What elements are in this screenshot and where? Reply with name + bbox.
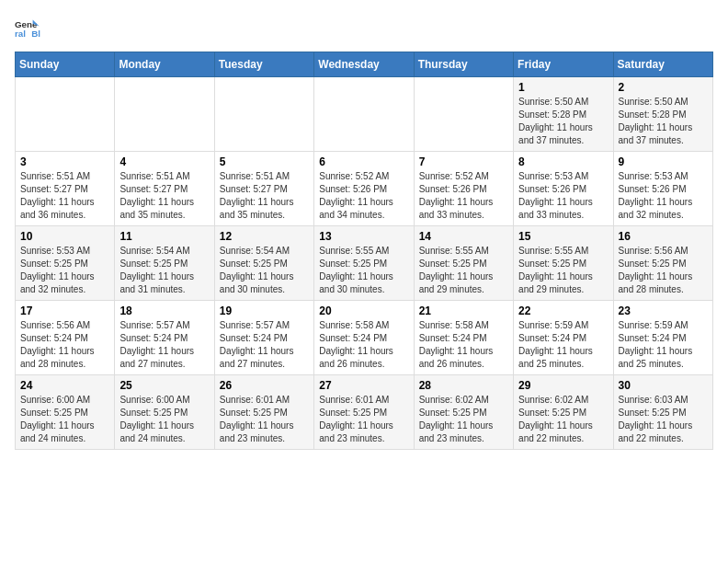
- calendar-cell: 14Sunrise: 5:55 AM Sunset: 5:25 PM Dayli…: [414, 226, 513, 301]
- calendar-week-2: 3Sunrise: 5:51 AM Sunset: 5:27 PM Daylig…: [16, 152, 713, 226]
- svg-text:Blue: Blue: [31, 29, 40, 39]
- day-number: 3: [20, 155, 109, 168]
- calendar-cell: 20Sunrise: 5:58 AM Sunset: 5:24 PM Dayli…: [314, 301, 414, 375]
- calendar-cell: [16, 77, 115, 152]
- day-number: 19: [220, 304, 309, 317]
- day-number: 28: [419, 379, 508, 392]
- calendar-week-3: 10Sunrise: 5:53 AM Sunset: 5:25 PM Dayli…: [16, 226, 713, 301]
- day-info: Sunrise: 5:58 AM Sunset: 5:24 PM Dayligh…: [419, 319, 508, 371]
- calendar-week-1: 1Sunrise: 5:50 AM Sunset: 5:28 PM Daylig…: [16, 77, 713, 152]
- day-number: 5: [220, 155, 309, 168]
- day-info: Sunrise: 5:57 AM Sunset: 5:24 PM Dayligh…: [119, 319, 209, 371]
- calendar-table: SundayMondayTuesdayWednesdayThursdayFrid…: [15, 52, 713, 450]
- day-number: 26: [220, 379, 309, 392]
- day-info: Sunrise: 5:54 AM Sunset: 5:25 PM Dayligh…: [220, 245, 309, 296]
- day-info: Sunrise: 6:00 AM Sunset: 5:25 PM Dayligh…: [119, 394, 209, 445]
- day-info: Sunrise: 5:55 AM Sunset: 5:25 PM Dayligh…: [419, 245, 508, 296]
- calendar-header-row: SundayMondayTuesdayWednesdayThursdayFrid…: [16, 52, 713, 77]
- calendar-cell: 6Sunrise: 5:52 AM Sunset: 5:26 PM Daylig…: [314, 152, 414, 226]
- day-number: 11: [119, 230, 209, 243]
- calendar-cell: 3Sunrise: 5:51 AM Sunset: 5:27 PM Daylig…: [16, 152, 115, 226]
- calendar-cell: 4Sunrise: 5:51 AM Sunset: 5:27 PM Daylig…: [115, 152, 214, 226]
- page-header: Gene ral Blue: [15, 15, 713, 40]
- calendar-cell: 30Sunrise: 6:03 AM Sunset: 5:25 PM Dayli…: [613, 375, 712, 450]
- calendar-cell: 9Sunrise: 5:53 AM Sunset: 5:26 PM Daylig…: [613, 152, 712, 226]
- calendar-week-5: 24Sunrise: 6:00 AM Sunset: 5:25 PM Dayli…: [16, 375, 713, 450]
- calendar-cell: 5Sunrise: 5:51 AM Sunset: 5:27 PM Daylig…: [214, 152, 313, 226]
- day-number: 27: [319, 379, 408, 392]
- calendar-cell: 11Sunrise: 5:54 AM Sunset: 5:25 PM Dayli…: [115, 226, 214, 301]
- day-info: Sunrise: 6:00 AM Sunset: 5:25 PM Dayligh…: [20, 394, 109, 445]
- day-info: Sunrise: 5:51 AM Sunset: 5:27 PM Dayligh…: [119, 170, 209, 222]
- calendar-cell: [414, 77, 513, 152]
- day-info: Sunrise: 5:53 AM Sunset: 5:25 PM Dayligh…: [20, 245, 109, 296]
- day-number: 4: [119, 155, 209, 168]
- calendar-week-4: 17Sunrise: 5:56 AM Sunset: 5:24 PM Dayli…: [16, 301, 713, 375]
- calendar-cell: 17Sunrise: 5:56 AM Sunset: 5:24 PM Dayli…: [16, 301, 115, 375]
- day-info: Sunrise: 5:50 AM Sunset: 5:28 PM Dayligh…: [619, 96, 708, 147]
- day-info: Sunrise: 5:59 AM Sunset: 5:24 PM Dayligh…: [518, 319, 608, 371]
- calendar-cell: 16Sunrise: 5:56 AM Sunset: 5:25 PM Dayli…: [613, 226, 712, 301]
- calendar-cell: 19Sunrise: 5:57 AM Sunset: 5:24 PM Dayli…: [214, 301, 313, 375]
- calendar-cell: 10Sunrise: 5:53 AM Sunset: 5:25 PM Dayli…: [16, 226, 115, 301]
- day-info: Sunrise: 5:52 AM Sunset: 5:26 PM Dayligh…: [419, 170, 508, 222]
- day-info: Sunrise: 6:03 AM Sunset: 5:25 PM Dayligh…: [619, 394, 708, 445]
- day-info: Sunrise: 5:54 AM Sunset: 5:25 PM Dayligh…: [119, 245, 209, 296]
- svg-text:ral: ral: [15, 29, 26, 39]
- weekday-header-sunday: Sunday: [16, 52, 115, 77]
- calendar-cell: 8Sunrise: 5:53 AM Sunset: 5:26 PM Daylig…: [514, 152, 613, 226]
- calendar-cell: 1Sunrise: 5:50 AM Sunset: 5:28 PM Daylig…: [514, 77, 613, 152]
- day-number: 17: [20, 304, 109, 317]
- calendar-cell: 21Sunrise: 5:58 AM Sunset: 5:24 PM Dayli…: [414, 301, 513, 375]
- day-info: Sunrise: 5:59 AM Sunset: 5:24 PM Dayligh…: [619, 319, 708, 371]
- day-info: Sunrise: 6:01 AM Sunset: 5:25 PM Dayligh…: [220, 394, 309, 445]
- day-number: 13: [319, 230, 408, 243]
- day-info: Sunrise: 5:53 AM Sunset: 5:26 PM Dayligh…: [619, 170, 708, 222]
- day-number: 22: [518, 304, 608, 317]
- calendar-cell: [214, 77, 313, 152]
- day-number: 20: [319, 304, 408, 317]
- calendar-cell: 29Sunrise: 6:02 AM Sunset: 5:25 PM Dayli…: [514, 375, 613, 450]
- calendar-cell: 2Sunrise: 5:50 AM Sunset: 5:28 PM Daylig…: [613, 77, 712, 152]
- calendar-cell: 15Sunrise: 5:55 AM Sunset: 5:25 PM Dayli…: [514, 226, 613, 301]
- calendar-cell: 28Sunrise: 6:02 AM Sunset: 5:25 PM Dayli…: [414, 375, 513, 450]
- day-number: 30: [619, 379, 708, 392]
- day-info: Sunrise: 6:01 AM Sunset: 5:25 PM Dayligh…: [319, 394, 408, 445]
- day-number: 25: [119, 379, 209, 392]
- calendar-cell: 23Sunrise: 5:59 AM Sunset: 5:24 PM Dayli…: [613, 301, 712, 375]
- weekday-header-thursday: Thursday: [414, 52, 513, 77]
- day-info: Sunrise: 6:02 AM Sunset: 5:25 PM Dayligh…: [419, 394, 508, 445]
- day-info: Sunrise: 5:53 AM Sunset: 5:26 PM Dayligh…: [518, 170, 608, 222]
- day-number: 7: [419, 155, 508, 168]
- day-info: Sunrise: 5:51 AM Sunset: 5:27 PM Dayligh…: [220, 170, 309, 222]
- logo-icon: Gene ral Blue: [15, 15, 40, 40]
- calendar-cell: 12Sunrise: 5:54 AM Sunset: 5:25 PM Dayli…: [214, 226, 313, 301]
- day-number: 24: [20, 379, 109, 392]
- day-number: 14: [419, 230, 508, 243]
- calendar-cell: 13Sunrise: 5:55 AM Sunset: 5:25 PM Dayli…: [314, 226, 414, 301]
- day-info: Sunrise: 5:57 AM Sunset: 5:24 PM Dayligh…: [220, 319, 309, 371]
- weekday-header-friday: Friday: [514, 52, 613, 77]
- day-number: 2: [619, 81, 708, 94]
- calendar-cell: 7Sunrise: 5:52 AM Sunset: 5:26 PM Daylig…: [414, 152, 513, 226]
- day-info: Sunrise: 5:55 AM Sunset: 5:25 PM Dayligh…: [319, 245, 408, 296]
- day-info: Sunrise: 5:51 AM Sunset: 5:27 PM Dayligh…: [20, 170, 109, 222]
- calendar-cell: 27Sunrise: 6:01 AM Sunset: 5:25 PM Dayli…: [314, 375, 414, 450]
- day-info: Sunrise: 5:58 AM Sunset: 5:24 PM Dayligh…: [319, 319, 408, 371]
- calendar-cell: 26Sunrise: 6:01 AM Sunset: 5:25 PM Dayli…: [214, 375, 313, 450]
- day-info: Sunrise: 5:50 AM Sunset: 5:28 PM Dayligh…: [518, 96, 608, 147]
- day-number: 15: [518, 230, 608, 243]
- day-info: Sunrise: 5:56 AM Sunset: 5:25 PM Dayligh…: [619, 245, 708, 296]
- day-number: 1: [518, 81, 608, 94]
- calendar-cell: [115, 77, 214, 152]
- day-info: Sunrise: 5:55 AM Sunset: 5:25 PM Dayligh…: [518, 245, 608, 296]
- day-info: Sunrise: 6:02 AM Sunset: 5:25 PM Dayligh…: [518, 394, 608, 445]
- weekday-header-saturday: Saturday: [613, 52, 712, 77]
- day-number: 10: [20, 230, 109, 243]
- logo: Gene ral Blue: [15, 15, 44, 40]
- day-number: 23: [619, 304, 708, 317]
- day-number: 12: [220, 230, 309, 243]
- day-number: 9: [619, 155, 708, 168]
- day-number: 18: [119, 304, 209, 317]
- day-number: 8: [518, 155, 608, 168]
